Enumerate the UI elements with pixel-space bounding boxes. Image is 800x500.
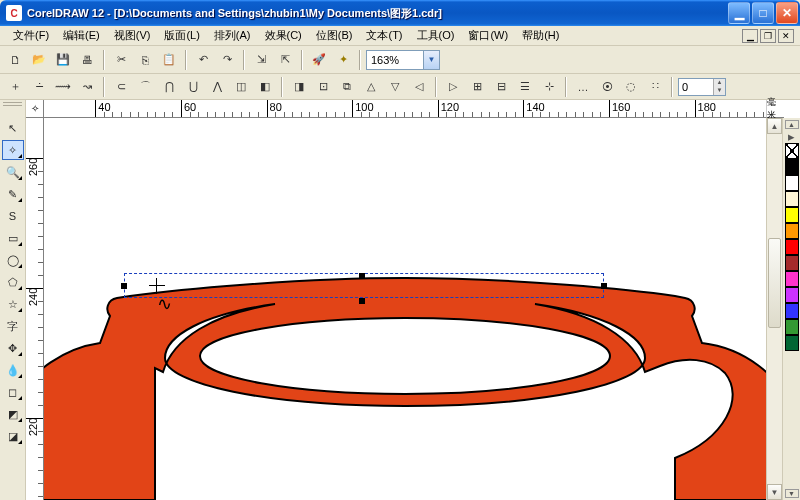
property-button[interactable]: ∷ bbox=[644, 76, 666, 98]
property-button[interactable]: ☰ bbox=[514, 76, 536, 98]
new-button[interactable]: 🗋 bbox=[4, 49, 26, 71]
property-button[interactable]: ⦿ bbox=[596, 76, 618, 98]
menu-layout[interactable]: 版面(L) bbox=[157, 26, 206, 45]
menu-edit[interactable]: 编辑(E) bbox=[56, 26, 107, 45]
mdi-close-button[interactable]: ✕ bbox=[778, 29, 794, 43]
horizontal-ruler[interactable]: 406080100120140160180200 bbox=[44, 100, 766, 118]
import-button[interactable]: ⇲ bbox=[250, 49, 272, 71]
color-swatch[interactable] bbox=[785, 303, 799, 319]
color-swatch[interactable] bbox=[785, 271, 799, 287]
maximize-button[interactable]: □ bbox=[752, 2, 774, 24]
property-button[interactable]: ⧉ bbox=[336, 76, 358, 98]
wizard-button[interactable]: ✦ bbox=[332, 49, 354, 71]
palette-flyout-icon[interactable]: ▸ bbox=[785, 129, 799, 143]
menu-bitmap[interactable]: 位图(B) bbox=[309, 26, 360, 45]
color-swatch[interactable] bbox=[785, 159, 799, 175]
property-button[interactable]: ⊹ bbox=[538, 76, 560, 98]
selection-handle[interactable] bbox=[359, 298, 365, 304]
node-value-input[interactable]: ▲▼ bbox=[678, 78, 726, 96]
menu-file[interactable]: 文件(F) bbox=[6, 26, 56, 45]
property-button[interactable]: ⊡ bbox=[312, 76, 334, 98]
print-button[interactable]: 🖶 bbox=[76, 49, 98, 71]
property-button[interactable]: ◧ bbox=[254, 76, 276, 98]
mdi-restore-button[interactable]: ❐ bbox=[760, 29, 776, 43]
property-button[interactable]: ◫ bbox=[230, 76, 252, 98]
property-button[interactable]: ⊂ bbox=[110, 76, 132, 98]
vertical-ruler[interactable]: 260240220 bbox=[26, 118, 44, 500]
menu-window[interactable]: 窗口(W) bbox=[461, 26, 515, 45]
color-swatch[interactable] bbox=[785, 255, 799, 271]
mdi-minimize-button[interactable]: ▁ bbox=[742, 29, 758, 43]
menu-text[interactable]: 文本(T) bbox=[359, 26, 409, 45]
property-button[interactable]: ＋ bbox=[4, 76, 26, 98]
swatch-none[interactable] bbox=[785, 143, 799, 159]
property-button[interactable]: △ bbox=[360, 76, 382, 98]
open-button[interactable]: 📂 bbox=[28, 49, 50, 71]
property-button[interactable]: ↝ bbox=[76, 76, 98, 98]
drawing-canvas[interactable]: ∿ bbox=[44, 118, 766, 500]
paste-button[interactable]: 📋 bbox=[158, 49, 180, 71]
property-button[interactable]: … bbox=[572, 76, 594, 98]
color-swatch[interactable] bbox=[785, 223, 799, 239]
property-button[interactable]: ▷ bbox=[442, 76, 464, 98]
eyedropper-tool[interactable]: 💧 bbox=[2, 360, 24, 380]
color-swatch[interactable] bbox=[785, 319, 799, 335]
zoom-input[interactable] bbox=[367, 51, 423, 69]
vertical-scrollbar[interactable]: ▲ ▼ bbox=[766, 118, 782, 500]
save-button[interactable]: 💾 bbox=[52, 49, 74, 71]
selection-handle[interactable] bbox=[359, 273, 365, 279]
property-button[interactable]: ◨ bbox=[288, 76, 310, 98]
node-value-field[interactable] bbox=[679, 79, 713, 95]
color-swatch[interactable] bbox=[785, 175, 799, 191]
export-button[interactable]: ⇱ bbox=[274, 49, 296, 71]
interactive-fill-tool[interactable]: ◪ bbox=[2, 426, 24, 446]
ellipse-tool[interactable]: ◯ bbox=[2, 250, 24, 270]
zoom-tool[interactable]: 🔍 bbox=[2, 162, 24, 182]
copy-button[interactable]: ⎘ bbox=[134, 49, 156, 71]
freehand-tool[interactable]: ✎ bbox=[2, 184, 24, 204]
scroll-up-button[interactable]: ▲ bbox=[767, 118, 782, 134]
rectangle-tool[interactable]: ▭ bbox=[2, 228, 24, 248]
undo-button[interactable]: ↶ bbox=[192, 49, 214, 71]
text-tool[interactable]: 字 bbox=[2, 316, 24, 336]
shape-tool[interactable]: ✧ bbox=[2, 140, 24, 160]
menu-view[interactable]: 视图(V) bbox=[107, 26, 158, 45]
redo-button[interactable]: ↷ bbox=[216, 49, 238, 71]
spin-up[interactable]: ▲ bbox=[713, 79, 725, 87]
interactive-tool[interactable]: ✥ bbox=[2, 338, 24, 358]
selection-handle[interactable] bbox=[121, 283, 127, 289]
palette-down-button[interactable]: ▼ bbox=[785, 489, 799, 498]
menu-effects[interactable]: 效果(C) bbox=[258, 26, 309, 45]
app-launch-button[interactable]: 🚀 bbox=[308, 49, 330, 71]
close-button[interactable]: ✕ bbox=[776, 2, 798, 24]
fill-tool[interactable]: ◩ bbox=[2, 404, 24, 424]
color-swatch[interactable] bbox=[785, 191, 799, 207]
outline-tool[interactable]: ◻ bbox=[2, 382, 24, 402]
property-button[interactable]: ⟿ bbox=[52, 76, 74, 98]
property-button[interactable]: ◌ bbox=[620, 76, 642, 98]
menu-arrange[interactable]: 排列(A) bbox=[207, 26, 258, 45]
toolbox-grip[interactable] bbox=[3, 102, 22, 108]
property-button[interactable]: ∸ bbox=[28, 76, 50, 98]
scroll-thumb[interactable] bbox=[768, 238, 781, 328]
ruler-origin[interactable]: ✧ bbox=[26, 100, 44, 118]
property-button[interactable]: ⋀ bbox=[206, 76, 228, 98]
pick-tool[interactable]: ↖ bbox=[2, 118, 24, 138]
smartdraw-tool[interactable]: S bbox=[2, 206, 24, 226]
selection-handle[interactable] bbox=[601, 283, 607, 289]
chevron-down-icon[interactable]: ▼ bbox=[423, 51, 439, 69]
basic-shapes-tool[interactable]: ☆ bbox=[2, 294, 24, 314]
zoom-combo[interactable]: ▼ bbox=[366, 50, 440, 70]
cut-button[interactable]: ✂ bbox=[110, 49, 132, 71]
menu-help[interactable]: 帮助(H) bbox=[515, 26, 566, 45]
menu-tools[interactable]: 工具(O) bbox=[410, 26, 462, 45]
scroll-down-button[interactable]: ▼ bbox=[767, 484, 782, 500]
property-button[interactable]: ⌒ bbox=[134, 76, 156, 98]
property-button[interactable]: ◁ bbox=[408, 76, 430, 98]
property-button[interactable]: ⋃ bbox=[182, 76, 204, 98]
polygon-tool[interactable]: ⬠ bbox=[2, 272, 24, 292]
property-button[interactable]: ⋂ bbox=[158, 76, 180, 98]
property-button[interactable]: ⊟ bbox=[490, 76, 512, 98]
color-swatch[interactable] bbox=[785, 239, 799, 255]
color-swatch[interactable] bbox=[785, 207, 799, 223]
